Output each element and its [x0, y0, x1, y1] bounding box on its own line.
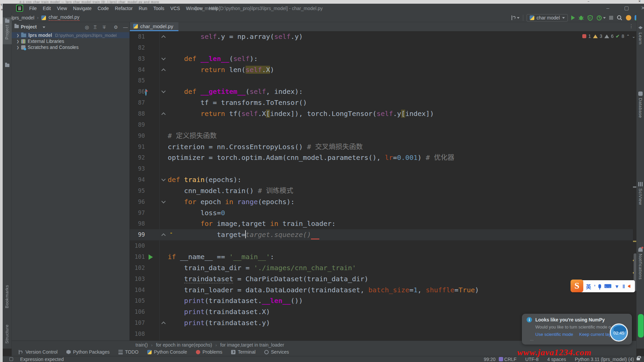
sidebar-item-database[interactable]: Database — [637, 92, 644, 118]
menu-refactor[interactable]: Refactor — [112, 6, 136, 11]
code-line-94[interactable]: 94def train(epochs): — [130, 174, 633, 185]
code-line-96[interactable]: 96 for epoch in range(epochs): — [130, 196, 633, 207]
fold-up-icon[interactable] — [161, 112, 166, 117]
keep-current-layout-link[interactable]: Keep current layo — [579, 332, 613, 337]
notification-more[interactable]: ... — [530, 337, 534, 342]
code-line-83[interactable]: 83 def __len__(self): — [130, 53, 633, 64]
status-item[interactable]: CRLF — [504, 357, 517, 362]
expand-chevron-icon[interactable]: ❯ — [16, 46, 19, 49]
menu-tools[interactable]: Tools — [150, 6, 167, 11]
code-line-88[interactable]: 88 return tf(self.X[index]), torch.LongT… — [130, 108, 633, 119]
plugin-orange-icon[interactable] — [626, 15, 631, 20]
tree-item-lprs-model[interactable]: ❯lprs modelD:\python_proj\lprs3\lprs_mod… — [12, 32, 129, 38]
collapse-all-icon[interactable]: ∓ — [102, 24, 106, 30]
ime-icon-4[interactable]: ▼ — [614, 284, 620, 289]
tab-char-model[interactable]: char_model.py — [130, 22, 178, 31]
code-line-102[interactable]: 102 train_data_dir = './images/cnn_char_… — [130, 262, 633, 274]
expand-all-icon[interactable]: Ξ — [94, 24, 97, 30]
editor-breadcrumb-item[interactable]: for epoch in range(epochs) — [156, 342, 212, 348]
ime-icon-3[interactable]: ⌨ — [604, 283, 611, 289]
code-line-98[interactable]: 98 for image,target in train_loader: — [130, 218, 633, 229]
toolwindow-button-terminal[interactable]: Terminal — [231, 349, 256, 355]
code-line-97[interactable]: 97 loss=0 — [130, 207, 633, 219]
code-line-82[interactable]: 82 — [130, 42, 633, 53]
code-line-91[interactable]: 91criterion = nn.CrossEntropyLoss() # 交叉… — [130, 141, 633, 153]
expand-chevron-icon[interactable]: ❯ — [16, 40, 19, 43]
toolwindow-button-todo[interactable]: TODO — [118, 349, 139, 355]
editor-breadcrumb-item[interactable]: train() — [136, 342, 148, 348]
hide-panel-icon[interactable]: — — [123, 24, 128, 30]
minimize-button[interactable]: – — [606, 5, 609, 11]
code-line-87[interactable]: 87 tf = transforms.ToTensor() — [130, 97, 633, 108]
code-line-84[interactable]: 84 return len(self.X) — [130, 64, 633, 75]
ime-toolbar[interactable]: S 英’⌨▼‖ — [571, 280, 635, 292]
code-line-104[interactable]: 104 train_loader = data.DataLoader(train… — [130, 285, 633, 296]
code-line-92[interactable]: 92optimizer = torch.optim.Adam(cnn_model… — [130, 152, 633, 163]
lock-icon[interactable] — [637, 358, 640, 360]
code-line-100[interactable]: 100 — [130, 240, 633, 251]
run-configuration-select[interactable]: char model — [527, 14, 568, 22]
fold-up-icon[interactable] — [161, 35, 166, 40]
sidebar-item-sciview[interactable]: SciView — [637, 182, 644, 205]
menu-vcs[interactable]: VCS — [167, 6, 183, 11]
code-line-103[interactable]: 103 traindataset = CharPicDataset(train_… — [130, 274, 633, 285]
menu-edit[interactable]: Edit — [40, 6, 54, 11]
code-line-86[interactable]: 86 def __getitem__(self, index): — [130, 86, 633, 97]
profiler-button[interactable] — [596, 15, 602, 21]
next-problem-icon[interactable]: ⌄ — [632, 34, 636, 39]
code-line-85[interactable]: 85 — [130, 75, 633, 86]
coverage-button[interactable]: C — [587, 15, 593, 21]
code-line-99[interactable]: 99 target=target.squeeze() — [130, 229, 633, 240]
fold-down-icon[interactable] — [161, 89, 166, 93]
code-line-93[interactable]: 93 — [130, 163, 633, 174]
menu-view[interactable]: View — [54, 6, 70, 11]
breadcrumb-project[interactable]: lprs_model — [11, 15, 34, 20]
toolwindow-switcher-icon[interactable] — [9, 357, 13, 361]
project-panel-title[interactable]: Project — [21, 24, 37, 29]
tree-item-external-libraries[interactable]: ❯External Libraries — [12, 38, 129, 44]
run-button[interactable] — [571, 15, 575, 20]
menu-file[interactable]: File — [26, 6, 40, 11]
toolwindow-button-python-packages[interactable]: Python Packages — [66, 349, 110, 355]
search-icon[interactable] — [616, 15, 623, 21]
maximize-button[interactable]: ▢ — [624, 5, 629, 11]
fold-down-icon[interactable] — [161, 177, 166, 181]
menu-run[interactable]: Run — [136, 6, 150, 11]
toolwindow-button-version-control[interactable]: Version Control — [17, 349, 58, 355]
sogou-logo-icon[interactable]: S — [571, 280, 583, 292]
close-button[interactable]: ✕ — [641, 5, 644, 11]
sidebar-item-project[interactable]: Project — [3, 17, 12, 44]
fold-up-icon[interactable] — [161, 321, 166, 326]
status-item[interactable]: 99:20 — [484, 357, 495, 362]
toolwindow-button-problems[interactable]: Problems — [196, 349, 222, 355]
commit-stripe-icon[interactable] — [5, 64, 9, 67]
inspections-widget[interactable]: 1 3 6 ✔ 8 ⌃ ⌄ — [582, 34, 636, 39]
code-line-101[interactable]: 101if __name__ == '__main__': — [130, 251, 633, 262]
sidebar-item-learn[interactable]: Learn — [637, 26, 644, 45]
code-line-95[interactable]: 95 cnn_model.train() # 训练模式 — [130, 185, 633, 196]
ime-icon-5[interactable]: ‖ — [623, 284, 625, 289]
ime-icon-1[interactable]: ’ — [594, 284, 595, 289]
menu-navigate[interactable]: Navigate — [70, 6, 95, 11]
code-editor[interactable]: 81 self.y = np.array(self.y)8283 def __l… — [130, 31, 636, 341]
code-line-90[interactable]: 90# 定义损失函数 — [130, 130, 633, 141]
use-scientific-mode-link[interactable]: Use scientific mode — [535, 332, 573, 337]
toolwindow-button-python-console[interactable]: Python Console — [147, 349, 187, 355]
project-header-chevron-icon[interactable] — [43, 26, 45, 28]
ime-icon-0[interactable]: 英 — [586, 283, 591, 290]
locate-file-icon[interactable]: ◎ — [85, 24, 89, 30]
tree-item-scratches-and-consoles[interactable]: ❯Scratches and Consoles — [12, 44, 129, 50]
code-line-81[interactable]: 81 self.y = np.array(self.y) — [130, 31, 633, 42]
profiler-chevron-icon[interactable] — [603, 17, 606, 19]
editor-breadcrumb-item[interactable]: for image,target in train_loader — [220, 342, 284, 348]
menu-code[interactable]: Code — [95, 6, 112, 11]
fold-down-icon[interactable] — [161, 56, 166, 60]
stop-button[interactable] — [609, 16, 613, 20]
ime-icon-2[interactable] — [598, 284, 601, 288]
toolwindow-button-services[interactable]: Services — [264, 349, 289, 355]
prev-problem-icon[interactable]: ⌃ — [626, 34, 630, 39]
run-line-icon[interactable] — [149, 254, 153, 260]
branch-icon[interactable] — [512, 15, 520, 20]
tab-options-kebab-icon[interactable]: ⋮ — [629, 23, 634, 29]
fold-down-icon[interactable] — [161, 199, 166, 203]
